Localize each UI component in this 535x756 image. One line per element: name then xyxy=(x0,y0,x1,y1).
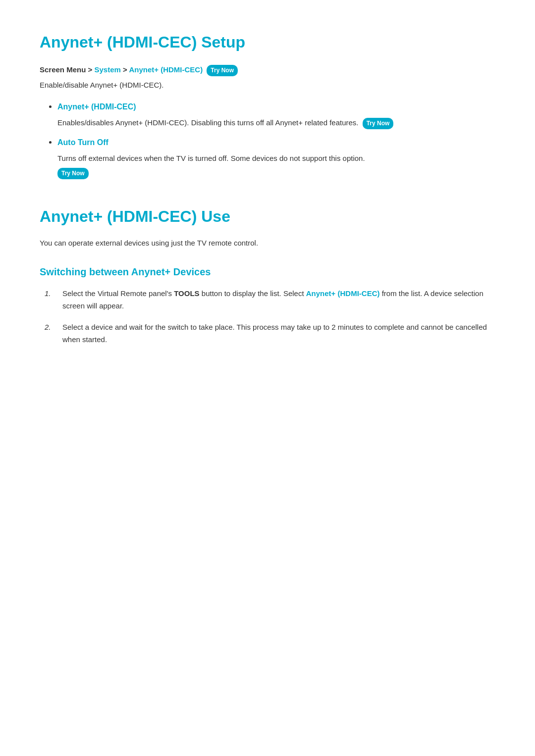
step-2-content: Select a device and wait for the switch … xyxy=(62,321,495,346)
switching-subsection: Switching between Anynet+ Devices 1. Sel… xyxy=(40,264,495,346)
bullet-item-1: Anynet+ (HDMI-CEC) Enables/disables Anyn… xyxy=(57,100,495,130)
steps-list: 1. Select the Virtual Remote panel's TOO… xyxy=(45,288,495,346)
subsection-title: Switching between Anynet+ Devices xyxy=(40,264,495,280)
setup-title: Anynet+ (HDMI-CEC) Setup xyxy=(40,30,495,55)
bullet-1-desc: Enables/disables Anynet+ (HDMI-CEC). Dis… xyxy=(57,118,393,127)
step-2-number: 2. xyxy=(45,321,62,346)
bullet-item-2: Auto Turn Off Turns off external devices… xyxy=(57,136,495,180)
setup-bullet-list: Anynet+ (HDMI-CEC) Enables/disables Anyn… xyxy=(57,100,495,179)
breadcrumb-anynet-link[interactable]: Anynet+ (HDMI-CEC) xyxy=(129,65,203,74)
setup-intro: Enable/disable Anynet+ (HDMI-CEC). xyxy=(40,79,495,91)
step-1-text-before: Select the Virtual Remote panel's xyxy=(62,289,174,298)
breadcrumb: Screen Menu > System > Anynet+ (HDMI-CEC… xyxy=(40,64,495,76)
step-2: 2. Select a device and wait for the swit… xyxy=(45,321,495,346)
use-title: Anynet+ (HDMI-CEC) Use xyxy=(40,204,495,229)
bullet-2-desc-text: Turns off external devices when the TV i… xyxy=(57,154,365,162)
use-intro: You can operate external devices using j… xyxy=(40,237,495,249)
step-1-number: 1. xyxy=(45,288,62,312)
bullet-1-try-now[interactable]: Try Now xyxy=(363,118,394,130)
bullet-1-title: Anynet+ (HDMI-CEC) xyxy=(57,101,495,113)
bullet-2-try-now[interactable]: Try Now xyxy=(57,168,89,180)
bullet-2-desc: Turns off external devices when the TV i… xyxy=(57,154,365,176)
bullet-1-desc-text: Enables/disables Anynet+ (HDMI-CEC). Dis… xyxy=(57,118,359,127)
setup-section: Anynet+ (HDMI-CEC) Setup Screen Menu > S… xyxy=(40,30,495,179)
breadcrumb-prefix: Screen Menu > xyxy=(40,65,94,74)
step-1-anynet-link[interactable]: Anynet+ (HDMI-CEC) xyxy=(306,289,380,298)
step-1-content: Select the Virtual Remote panel's TOOLS … xyxy=(62,288,495,312)
step-1-text-middle: button to display the list. Select xyxy=(200,289,306,298)
breadcrumb-try-now-badge[interactable]: Try Now xyxy=(207,65,238,76)
bullet-2-title: Auto Turn Off xyxy=(57,136,495,149)
step-1-tools-bold: TOOLS xyxy=(174,289,199,298)
breadcrumb-separator: > xyxy=(121,65,129,74)
step-1: 1. Select the Virtual Remote panel's TOO… xyxy=(45,288,495,312)
use-section: Anynet+ (HDMI-CEC) Use You can operate e… xyxy=(40,204,495,346)
breadcrumb-system-link[interactable]: System xyxy=(94,65,120,74)
